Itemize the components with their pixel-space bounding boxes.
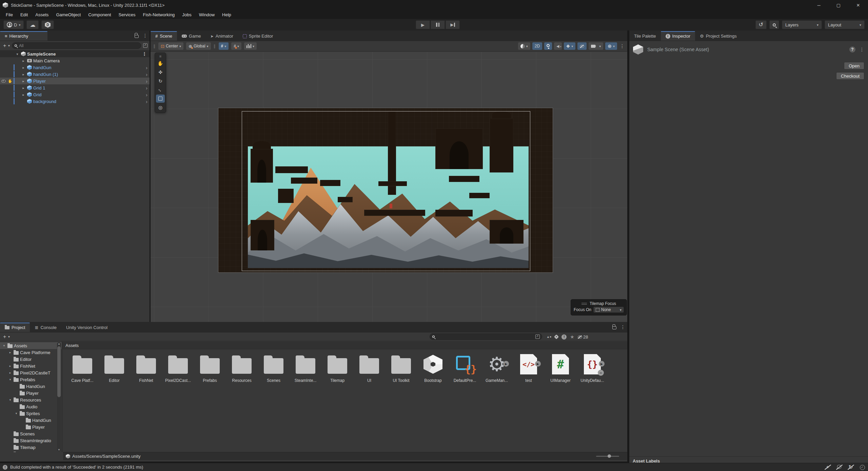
step-button[interactable]: ▶ [446,20,460,29]
menu-item[interactable]: GameObject [52,10,84,19]
prefab-open-chevron[interactable]: › [146,99,147,104]
assets-breadcrumb-header[interactable]: Assets [62,342,627,349]
asset-item[interactable]: ▶ − Cave Platf... [66,353,98,391]
expand-arrow[interactable] [21,79,26,83]
picker-icon[interactable] [143,43,147,48]
expand-arrow[interactable] [8,351,12,354]
snap-increment-button[interactable]: ▾ [244,42,257,50]
search-by-label-icon[interactable] [554,334,559,339]
search-by-type-icon[interactable]: ▲● [547,335,551,339]
scene-canvas[interactable]: ≡ ✋ ✜ ↻ ↔ ◎ Tilemap Focus Focus On None … [151,52,627,322]
lock-icon[interactable] [135,35,139,38]
expand-badge-icon[interactable]: ▶ [535,361,541,367]
expand-arrow[interactable] [2,344,6,347]
inspector-tab[interactable]: Tile Palette [629,32,661,41]
tree-row[interactable]: Scenes [0,430,62,437]
tree-row[interactable]: Player [0,424,62,430]
hierarchy-row[interactable]: ✋ Grid 1 › ⋮ [0,84,150,91]
menu-item[interactable]: Fish-Networking [139,10,178,19]
menu-item[interactable]: Jobs [178,10,195,19]
tree-row[interactable]: UI [0,451,62,452]
expand-arrow[interactable] [21,73,26,76]
prefab-open-chevron[interactable]: › [146,65,147,70]
asset-item[interactable]: ▶ − GameMan... [481,353,513,391]
slider-thumb[interactable] [608,454,611,458]
account-button[interactable]: D ▾ [3,20,24,29]
scene-view-tab[interactable]: Sprite Editor [238,32,278,41]
hierarchy-row[interactable]: ✋ Main Camera › ⋮ [0,57,150,64]
asset-item[interactable]: ▶ − Scenes [258,353,290,391]
menu-item[interactable]: File [2,10,17,19]
camera-settings-dropdown[interactable]: ▾ [589,42,603,50]
lock-icon[interactable] [612,326,616,329]
scene-view-tab[interactable]: Game [177,32,205,41]
grid-snap-toggle[interactable]: #▾ [219,42,229,50]
asset-item[interactable]: ▶ − Resources [226,353,258,391]
kebab-menu-icon[interactable]: ⋮ [143,33,147,38]
hierarchy-row[interactable]: ✋ background › ⋮ [0,98,150,105]
expand-arrow[interactable] [8,398,12,402]
gizmos-dropdown[interactable]: ⊛▾ [605,42,617,50]
hierarchy-row[interactable]: ✋ handGun (1) › ⋮ [0,71,150,78]
asset-item[interactable]: ▶ − UnityDefau... [576,353,608,391]
checkout-button[interactable]: Checkout [836,72,864,80]
cloud-button[interactable]: ☁ [26,20,39,29]
maximize-button[interactable]: ▢ [829,0,848,10]
hierarchy-search-field[interactable] [12,42,141,49]
tree-row[interactable]: FishNet [0,363,62,369]
prefab-open-chevron[interactable]: › [146,78,147,84]
asset-item[interactable]: ▶ − UI [353,353,385,391]
tree-row[interactable]: SteamIntegratio [0,437,62,444]
pick-icon[interactable]: ✋ [8,79,13,83]
open-button[interactable]: Open [844,62,864,69]
hierarchy-row[interactable]: ✋ Grid › ⋮ [0,91,150,98]
shading-mode-dropdown[interactable]: ▾ [518,42,530,50]
hierarchy-row[interactable]: ✋ Player › ⋮ [0,78,150,84]
debugger-status-icon[interactable]: ✶ [825,465,831,470]
expand-arrow[interactable] [21,86,26,90]
hidden-objects-toggle[interactable] [577,42,587,50]
activity-ok-icon[interactable]: ✓ [859,464,865,470]
tool-handle-pivot-button[interactable]: ⊡ Center ▾ [158,42,183,50]
expand-arrow[interactable] [21,93,26,97]
layers-dropdown[interactable]: Layers▾ [782,20,822,29]
scroll-down-icon[interactable]: ▼ [57,448,61,451]
favorites-icon[interactable]: ★ [570,334,574,340]
project-panel-tab[interactable]: Project [0,323,30,332]
menu-item[interactable]: Edit [17,10,32,19]
minimize-button[interactable]: ─ [809,0,829,10]
scene-view-tab[interactable]: Scene [151,32,177,41]
hierarchy-row[interactable]: ✋ handGun › ⋮ [0,64,150,71]
scrollbar-thumb[interactable] [57,346,61,397]
create-asset-button[interactable]: ＋▾ [2,333,10,340]
asset-item[interactable]: ▶ − Pixel2DCast... [162,353,194,391]
asset-item[interactable]: ▶ − SteamInte... [290,353,321,391]
expand-arrow[interactable] [8,364,12,368]
tree-row[interactable]: Pixel2DCastleT [0,369,62,376]
picker-icon[interactable] [535,334,540,339]
asset-item[interactable]: ▶ − DefaultPre... [449,353,481,391]
auto-refresh-status-icon[interactable]: ↻ [848,465,854,470]
asset-item[interactable]: ▶ − FishNet [130,353,162,391]
expand-arrow[interactable] [14,412,18,415]
rect-tool-button[interactable] [156,95,165,103]
scale-tool-button[interactable]: ↔ [156,86,165,94]
pause-button[interactable] [431,20,445,29]
tree-row[interactable]: HandGun [0,383,62,390]
scene-effects-dropdown[interactable]: ❖▾ [564,42,576,50]
close-button[interactable]: ✕ [848,0,868,10]
scroll-up-icon[interactable]: ▲ [57,342,61,345]
tree-row[interactable]: Sprites [0,410,62,417]
project-search-input[interactable] [437,334,534,339]
expand-arrow[interactable] [21,59,26,63]
focus-on-dropdown[interactable]: None ▾ [593,307,624,313]
asset-item[interactable]: ▶ − Bootstrap [417,353,449,391]
expand-arrow[interactable] [21,66,26,69]
search-by-import-log-icon[interactable]: ! [561,334,567,340]
cache-server-status-icon[interactable] [836,465,842,470]
tree-row[interactable]: Cave Platforme [0,349,62,356]
tree-row[interactable]: Editor [0,356,62,363]
tree-row[interactable]: HandGun [0,417,62,424]
menu-item[interactable]: Services [115,10,139,19]
visibility-gutter[interactable]: ✋ [1,79,13,83]
